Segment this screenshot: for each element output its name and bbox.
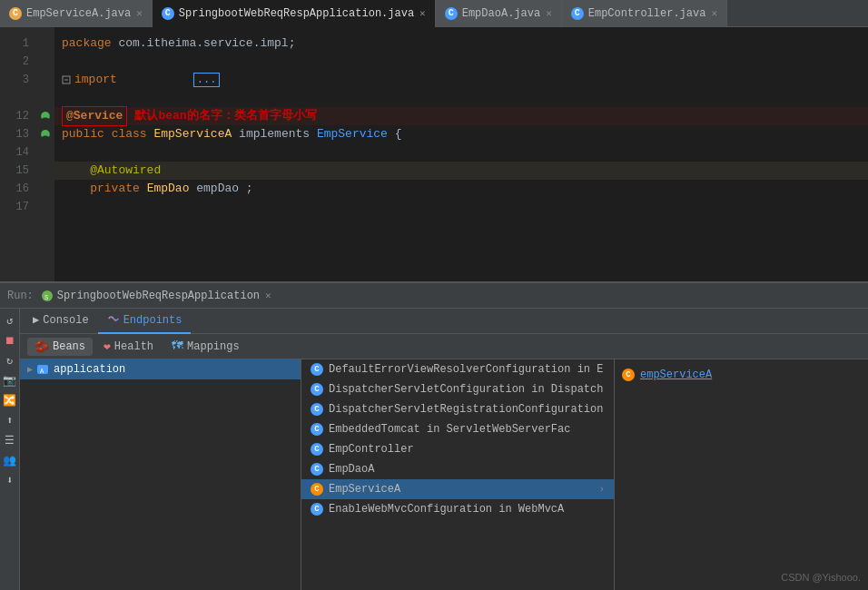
- tab-empcontroller[interactable]: C EmpController.java ✕: [562, 0, 727, 27]
- bean-arrow-right: ›: [598, 484, 605, 495]
- bean-label-5: EmpDaoA: [329, 463, 374, 476]
- console-label: Console: [43, 314, 88, 327]
- bean-label-6: EmpServiceA: [329, 483, 400, 496]
- tab-close-empdaoa[interactable]: ✕: [546, 7, 552, 19]
- leaf-icon-12: [39, 110, 52, 123]
- ep-tab-health[interactable]: ❤️ Health: [96, 338, 161, 356]
- bean-label-7: EnableWebMvcConfiguration in WebMvcA: [329, 503, 564, 516]
- detail-bean-icon: C: [622, 369, 635, 381]
- spaces-16: [62, 180, 90, 198]
- import-dots: ...: [193, 73, 221, 87]
- tab-close-empservicea[interactable]: ✕: [136, 7, 143, 19]
- editor-area: 1 2 3 12 13 14 15 16 17: [0, 27, 868, 281]
- tab-icon-empservicea: C: [9, 7, 22, 20]
- run-list-btn[interactable]: ☰: [2, 432, 18, 448]
- tab-close-springboot[interactable]: ✕: [419, 7, 426, 19]
- health-label: Health: [114, 340, 153, 353]
- bean-entry-6[interactable]: C EmpServiceA ›: [301, 479, 614, 499]
- run-restart-btn[interactable]: ↺: [2, 312, 18, 329]
- bean-icon-5: C: [311, 463, 323, 476]
- bean-label-1: DispatcherServletConfiguration in Dispat…: [329, 383, 603, 396]
- tree-item-application[interactable]: ▶ A application: [20, 359, 301, 379]
- bean-entry-2[interactable]: C DispatcherServletRegistrationConfigura…: [301, 399, 614, 419]
- space-16b: [140, 180, 147, 198]
- code-line-16: private EmpDao empDao ;: [54, 180, 868, 198]
- health-icon: ❤️: [104, 339, 111, 354]
- run-users-btn[interactable]: 👥: [2, 452, 18, 468]
- keyword-package: package: [62, 34, 112, 53]
- mappings-icon: 🗺: [172, 339, 183, 353]
- console-icon: ▶: [33, 313, 39, 327]
- tab-label-empdaoa: EmpDaoA.java: [462, 7, 540, 20]
- tab-bar: C EmpServiceA.java ✕ C SpringbootWebReqR…: [0, 0, 868, 27]
- bean-entry-7[interactable]: C EnableWebMvcConfiguration in WebMvcA: [301, 499, 614, 519]
- beans-label: Beans: [53, 340, 85, 353]
- keyword-import: import: [74, 71, 117, 89]
- tab-label-empcontroller: EmpController.java: [588, 7, 706, 20]
- bean-label-2: DispatcherServletRegistrationConfigurati…: [329, 403, 603, 416]
- tab-label-empservicea: EmpServiceA.java: [26, 7, 131, 20]
- bean-entry-1[interactable]: C DispatcherServletConfiguration in Disp…: [301, 379, 614, 399]
- bean-icon-0: C: [311, 363, 323, 376]
- ep-tab-beans[interactable]: 🫘 Beans: [27, 338, 93, 356]
- bean-entry-5[interactable]: C EmpDaoA: [301, 459, 614, 479]
- tab-springboot[interactable]: C SpringbootWebReqRespApplication.java ✕: [153, 0, 436, 27]
- bean-entry-0[interactable]: C DefaultErrorViewResolverConfiguration …: [301, 359, 614, 379]
- endpoints-svg-icon: [107, 312, 120, 325]
- ep-tab-mappings[interactable]: 🗺 Mappings: [164, 338, 247, 355]
- bean-entry-3[interactable]: C EmbeddedTomcat in ServletWebServerFac: [301, 419, 614, 439]
- space2: [147, 125, 154, 143]
- bean-detail-empservicea: C empServiceA: [622, 367, 861, 383]
- tab-endpoints[interactable]: Endpoints: [98, 309, 192, 334]
- code-line-15: @Autowired: [54, 162, 868, 180]
- bean-icon-1: C: [311, 383, 323, 396]
- watermark: CSDN @Yishooo.: [781, 572, 861, 583]
- beans-list: C DefaultErrorViewResolverConfiguration …: [301, 359, 614, 590]
- tab-icon-springboot: C: [162, 7, 174, 20]
- tab-console[interactable]: ▶ Console: [24, 309, 98, 334]
- run-shuffle-btn[interactable]: 🔀: [2, 392, 18, 408]
- run-left-tools: ↺ ⏹ ↻ 📷 🔀 ⬆ ☰ 👥 ⬇: [0, 309, 20, 590]
- annotation-comment: 默认bean的名字：类名首字母小写: [134, 107, 316, 125]
- run-down-btn[interactable]: ⬇: [2, 472, 18, 488]
- autowired-annotation: @Autowired: [62, 162, 161, 180]
- gutter-icons: [36, 27, 54, 281]
- svg-text:S: S: [44, 294, 48, 301]
- empdao-var: empDao ;: [189, 180, 252, 198]
- bean-icon-3: C: [311, 423, 323, 436]
- service-annotation-box: @Service: [62, 106, 127, 126]
- beans-icon: 🫘: [35, 339, 49, 354]
- tab-empdaoa[interactable]: C EmpDaoA.java ✕: [436, 0, 562, 27]
- run-resume-btn[interactable]: ↻: [2, 352, 18, 369]
- tree-arrow: ▶: [27, 364, 33, 375]
- line-numbers: 1 2 3 12 13 14 15 16 17: [0, 27, 36, 281]
- bean-icon-6: C: [311, 483, 323, 496]
- bean-entry-4[interactable]: C EmpController: [301, 439, 614, 459]
- collapse-icon[interactable]: [62, 75, 71, 84]
- class-name: EmpServiceA: [153, 125, 232, 143]
- run-panel: Run: S SpringbootWebReqRespApplication ✕…: [0, 281, 868, 590]
- tree-item-label: application: [54, 363, 125, 376]
- tab-close-empcontroller[interactable]: ✕: [711, 7, 717, 19]
- keyword-public: public: [62, 125, 104, 143]
- run-panel-close[interactable]: ✕: [265, 290, 271, 301]
- bean-icon-7: C: [311, 503, 323, 516]
- endpoints-icon: [107, 312, 120, 329]
- sub-tabs: ▶ Console Endpoints: [20, 309, 868, 334]
- detail-bean-name: empServiceA: [640, 369, 712, 381]
- keyword-private: private: [90, 180, 140, 198]
- code-line-17: [54, 198, 868, 216]
- bean-label-0: DefaultErrorViewResolverConfiguration in…: [329, 363, 603, 376]
- mappings-label: Mappings: [187, 340, 240, 353]
- empdao-type: EmpDao: [147, 180, 190, 198]
- code-line-14: [54, 143, 868, 162]
- run-header: Run: S SpringbootWebReqRespApplication ✕: [0, 283, 868, 309]
- run-content: ↺ ⏹ ↻ 📷 🔀 ⬆ ☰ 👥 ⬇ ▶ Console: [0, 309, 868, 590]
- beans-tree: ▶ A application: [20, 359, 301, 590]
- tab-empservicea[interactable]: C EmpServiceA.java ✕: [0, 0, 153, 27]
- run-camera-btn[interactable]: 📷: [2, 372, 18, 388]
- run-stop-btn[interactable]: ⏹: [2, 332, 18, 349]
- run-up-btn[interactable]: ⬆: [2, 412, 18, 428]
- beans-detail: C empServiceA: [614, 359, 868, 590]
- run-label: Run:: [7, 290, 34, 302]
